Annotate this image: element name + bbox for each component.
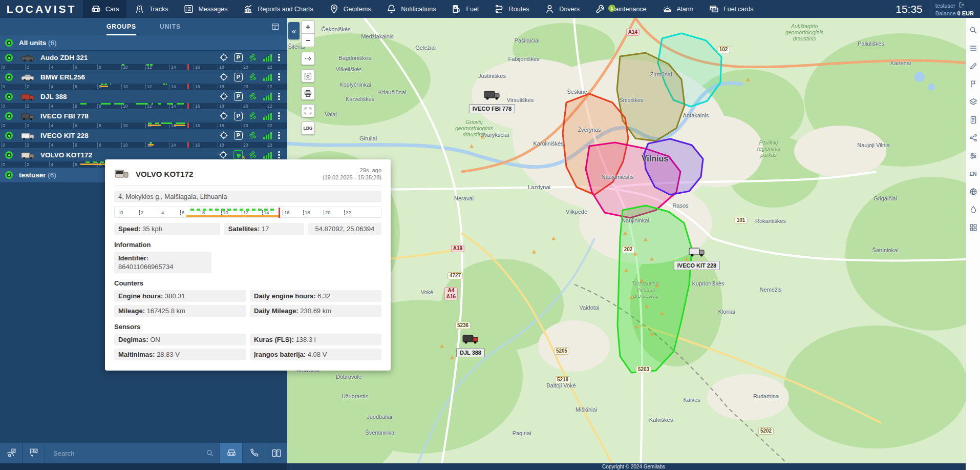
place-label: Naujamiestis (602, 174, 634, 180)
signal-bars-icon (263, 53, 272, 62)
row-menu-icon[interactable] (277, 73, 281, 81)
place-label: Paliuliškės (858, 40, 884, 47)
truck-marker[interactable] (462, 333, 479, 346)
ruler-tick: 14 (169, 142, 176, 148)
parking-filter-button[interactable] (23, 443, 45, 463)
nav-item-messages[interactable]: Messages (176, 0, 235, 18)
place-label: Pašilaičiai (515, 37, 540, 44)
truck-marker-label[interactable]: DJL 388 (456, 348, 485, 357)
visibility-eye-icon[interactable] (5, 73, 13, 81)
phone-button[interactable] (242, 443, 265, 463)
logout-icon[interactable] (958, 2, 965, 10)
nav-item-drivers[interactable]: Drivers (537, 0, 587, 18)
nav-item-label: Reports and Charts (258, 6, 313, 13)
locate-icon[interactable] (218, 110, 229, 121)
tab-groups[interactable]: GROUPS (106, 18, 136, 35)
sidebar-collapse-button[interactable]: « (288, 22, 300, 39)
nav-item-fuel[interactable]: Fuel (443, 0, 486, 18)
parked-status-icon: P (234, 53, 243, 62)
locate-icon[interactable] (218, 149, 229, 160)
ruler-tick: 22 (266, 142, 272, 148)
language-icon[interactable]: EN (968, 169, 978, 179)
visibility-eye-icon[interactable] (5, 93, 13, 100)
zoom-out-button[interactable]: − (301, 34, 315, 47)
group-all-units[interactable]: All units (6) (0, 35, 287, 51)
tab-units[interactable]: UNITS (160, 18, 181, 35)
share-icon[interactable] (968, 133, 978, 143)
sliders-icon[interactable] (968, 151, 978, 161)
print-button[interactable] (301, 87, 315, 100)
edit-icon[interactable] (968, 61, 978, 71)
visibility-eye-icon[interactable] (5, 54, 13, 62)
cards-view-button[interactable] (265, 443, 287, 463)
nav-item-notifications[interactable]: Notifications (378, 0, 443, 18)
vehicle-row[interactable]: DJL 388 P 0246810121416182022 (0, 90, 287, 109)
nav-item-alarm[interactable]: Alarm (654, 0, 701, 18)
visibility-eye-icon[interactable] (5, 112, 13, 120)
popup-ago: 29s. ago (323, 167, 381, 174)
map-canvas[interactable] (287, 18, 980, 470)
row-menu-icon[interactable] (277, 132, 281, 139)
nav-item-tracks[interactable]: Tracks (126, 0, 176, 18)
vehicle-thumbnail (21, 132, 34, 140)
vehicle-row[interactable]: IVECO FBI 778 P 0246810121416182022 (0, 109, 287, 129)
signal-bars-icon (263, 73, 272, 81)
cars-view-button[interactable] (220, 443, 242, 463)
popup-field: Įrangos baterija: 4.08 V (250, 349, 381, 360)
locate-icon[interactable] (218, 91, 229, 102)
nav-item-reports-and-charts[interactable]: Reports and Charts (235, 0, 321, 18)
select-area-button[interactable] (301, 69, 315, 83)
row-menu-icon[interactable] (277, 54, 281, 62)
truck-marker-label[interactable]: IVECO KIT 228 (674, 261, 720, 270)
vehicle-row[interactable]: BMW ERL256 P 0246810121416182022 (0, 70, 287, 90)
truck-marker[interactable] (688, 246, 706, 259)
visibility-eye-icon[interactable] (5, 132, 13, 139)
park-label: Tarptautinis Vilniaus oro uostas (632, 280, 659, 299)
geofence-drop-icon[interactable] (968, 205, 978, 215)
current-time-mark (187, 142, 189, 148)
map-area[interactable]: « +−LBG EN ČekoniškėsŠilėnaiMedžiakalnis… (287, 18, 980, 470)
layers-icon[interactable] (968, 97, 978, 107)
visibility-eye-icon[interactable] (5, 151, 13, 159)
truck-marker[interactable] (483, 89, 501, 103)
nav-item-geoitems[interactable]: Geoitems (321, 0, 379, 18)
poi-flag-icon[interactable] (968, 79, 978, 89)
zoom-in-button[interactable]: + (301, 21, 315, 34)
nav-item-routes[interactable]: Routes (486, 0, 537, 18)
row-menu-icon[interactable] (277, 151, 281, 159)
vehicle-row[interactable]: IVECO KIT 228 P 0246810121416182022 (0, 129, 287, 148)
document-icon[interactable] (968, 115, 978, 125)
locate-icon[interactable] (218, 71, 229, 83)
search-icon[interactable] (968, 25, 978, 35)
nav-item-maintenance[interactable]: 1Maintenance (587, 0, 654, 18)
app-logo[interactable]: LOCAVIST (0, 0, 83, 18)
measure-route-button[interactable] (301, 52, 315, 65)
vehicle-row[interactable]: Audo ZDH 321 P 0246810121416182022 (0, 51, 287, 70)
lbg-button[interactable]: LBG (301, 121, 315, 135)
nav-item-cars[interactable]: Cars (83, 0, 126, 18)
locate-icon[interactable] (218, 52, 229, 63)
nav-item-fuel-cards[interactable]: Fuel cards (701, 0, 761, 18)
road-badge: 5202 (758, 427, 774, 435)
locate-icon[interactable] (218, 130, 229, 141)
truck-marker-label[interactable]: IVECO FBI 778 (469, 104, 515, 113)
row-menu-icon[interactable] (277, 93, 281, 100)
row-menu-icon[interactable] (277, 112, 281, 120)
globe-icon[interactable] (968, 187, 978, 197)
ruler-tick: 10 (121, 84, 127, 89)
search-input[interactable] (53, 449, 205, 457)
columns-icon[interactable] (271, 22, 280, 31)
fullscreen-button[interactable] (301, 104, 315, 117)
identifier-value: 864011066965734 (118, 263, 174, 271)
ruler-tick: 2 (25, 65, 29, 70)
vehicle-thumbnail (21, 54, 34, 62)
map-right-toolbar: EN (966, 18, 980, 470)
visibility-eye-icon[interactable] (5, 171, 13, 179)
user-box[interactable]: testuser Balance 0 EUR (930, 1, 980, 18)
grid-icon[interactable] (968, 222, 978, 233)
ruler-tick: 18 (218, 142, 224, 148)
menu-icon[interactable] (968, 43, 978, 53)
satellite-filter-button[interactable] (0, 443, 23, 463)
signal-bars-icon (263, 92, 272, 100)
visibility-eye-icon[interactable] (5, 39, 13, 47)
